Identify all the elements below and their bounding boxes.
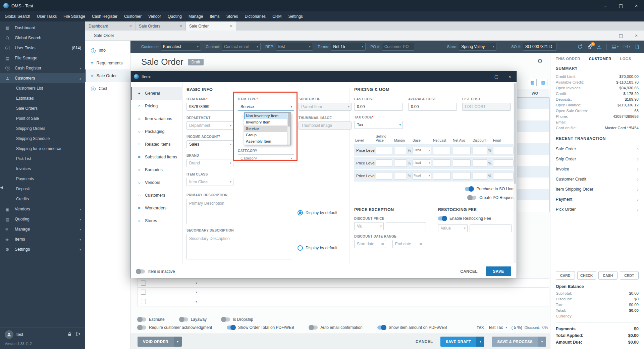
final-input[interactable]: [493, 172, 514, 180]
discount-price-input[interactable]: [386, 222, 426, 230]
last-cost-input[interactable]: 0.00: [354, 103, 403, 111]
margin-input[interactable]: [394, 172, 407, 180]
primary-display-default-radio[interactable]: Display by default: [298, 201, 337, 224]
recent-transaction-link[interactable]: Item Shipping Order›: [556, 184, 639, 194]
close-icon[interactable]: ×: [179, 23, 182, 29]
menu-item[interactable]: Settings: [285, 11, 306, 21]
dropdown-option[interactable]: Inventory Item: [244, 119, 287, 126]
grid-settings-icon[interactable]: ▦: [539, 79, 547, 86]
sidebar-subitem[interactable]: Estimates: [0, 93, 85, 103]
end-date-input[interactable]: End date▦: [392, 240, 424, 248]
sidebar-item-file-storage[interactable]: ▤ File Storage: [0, 53, 85, 63]
row-checkbox[interactable]: [141, 290, 146, 295]
chevron-down-icon[interactable]: ▾: [196, 300, 197, 303]
show-total-toggle[interactable]: Show Order Total on PDF/WEB: [227, 325, 294, 330]
page-nav-requirements[interactable]: ≡ Requirements: [85, 57, 130, 69]
payment-button[interactable]: CASH: [598, 271, 618, 280]
discount-input[interactable]: [473, 147, 487, 154]
sidebar-subitem[interactable]: Credits: [0, 194, 85, 204]
logout-icon[interactable]: [76, 332, 80, 338]
margin-input[interactable]: [394, 147, 407, 154]
menu-item[interactable]: CRM: [269, 11, 285, 21]
modal-nav-item[interactable]: = Related items: [131, 138, 182, 151]
final-input[interactable]: [493, 147, 514, 154]
modal-nav-general[interactable]: ● General: [131, 87, 182, 100]
save-draft-button[interactable]: SAVE DRAFT ▾: [440, 337, 485, 347]
enable-restocking-toggle[interactable]: Enable Restocking Fee: [438, 216, 512, 221]
close-icon[interactable]: ×: [503, 71, 517, 82]
sidebar-item-cash-register[interactable]: $ Cash Register ▾: [0, 63, 85, 73]
menu-item[interactable]: Items: [206, 11, 223, 21]
save-process-button[interactable]: SAVE & PROCESS ▾: [492, 337, 546, 347]
modal-nav-item[interactable]: = Workorders: [131, 202, 182, 214]
final-input[interactable]: [493, 159, 514, 167]
rep-select[interactable]: test▾: [276, 43, 313, 51]
menu-item[interactable]: Customer: [121, 11, 145, 21]
estimate-toggle[interactable]: Estimate: [138, 317, 165, 322]
selling-price-input[interactable]: [376, 172, 392, 180]
ack-toggle[interactable]: Require customer acknowledgment: [138, 325, 212, 330]
net-last-input[interactable]: [433, 172, 451, 180]
close-icon[interactable]: ×: [230, 23, 232, 29]
sidebar-group-item[interactable]: ≡ Manage ▾: [0, 224, 85, 234]
menu-item[interactable]: Global Search: [1, 11, 34, 21]
contact-select[interactable]: Contact email▾: [222, 43, 261, 51]
tab-this-order[interactable]: THIS ORDER: [556, 57, 580, 61]
attachment-icon[interactable]: 0: [587, 44, 592, 49]
secondary-description-textarea[interactable]: Secondary Description: [186, 234, 292, 259]
secondary-display-default-radio[interactable]: Display by default: [298, 237, 337, 259]
maximize-icon[interactable]: ▢: [613, 0, 629, 11]
tax-select[interactable]: Test Tax▾: [486, 324, 509, 331]
sidebar-subitem[interactable]: Shipping for e-commerce: [0, 144, 85, 154]
tax-code-select[interactable]: Tax▾: [354, 121, 403, 129]
sidebar-group-item[interactable]: ▤ Quoting ▾: [0, 214, 85, 224]
sidebar-group-item[interactable]: ▣ Vendors ▾: [0, 204, 85, 214]
tab-sale-order[interactable]: Sale Order ×: [186, 21, 236, 31]
department-select[interactable]: Department▾: [186, 121, 233, 130]
menu-item[interactable]: User Tasks: [34, 11, 60, 21]
item-type-select[interactable]: Service▾: [238, 103, 294, 111]
purchase-so-uom-toggle[interactable]: Purchase In SO Uom: [354, 187, 515, 191]
brand-select[interactable]: Brand▾: [186, 159, 233, 167]
income-account-select[interactable]: Sales▾: [186, 140, 233, 148]
average-cost-input[interactable]: 0.00: [408, 103, 457, 111]
modal-nav-item[interactable]: ○ Packaging: [131, 125, 182, 138]
terms-select[interactable]: Net 15▾: [331, 43, 366, 51]
create-po-request-toggle[interactable]: Create PO Request: [354, 195, 515, 200]
net-avg-input[interactable]: [453, 172, 471, 180]
item-inactive-toggle[interactable]: Item is inactive: [136, 269, 175, 274]
sidebar-item-global-search[interactable]: Global Search: [0, 33, 85, 43]
item-name-input[interactable]: 987978989: [186, 103, 233, 111]
cancel-button[interactable]: CANCEL: [416, 339, 433, 344]
recent-transaction-link[interactable]: Sale Order›: [556, 144, 639, 154]
dropship-toggle[interactable]: Is Dropship: [221, 317, 253, 322]
close-icon[interactable]: ×: [129, 23, 132, 29]
row-checkbox[interactable]: [141, 299, 146, 304]
download-icon[interactable]: [597, 44, 602, 49]
print-icon[interactable]: ▾: [611, 44, 619, 49]
modal-nav-item[interactable]: ○ Pricing: [131, 100, 182, 112]
dropdown-option[interactable]: Non Inventory Item: [244, 113, 287, 119]
selling-price-input[interactable]: [376, 147, 392, 154]
sidebar-item-customers[interactable]: Customers ▴: [0, 73, 85, 83]
dropdown-option[interactable]: Service: [244, 126, 287, 132]
table-row[interactable]: ▾: [138, 288, 549, 297]
menu-item[interactable]: Vendor: [145, 11, 164, 21]
sidebar-subitem[interactable]: Shipping Orders: [0, 123, 85, 134]
user-avatar[interactable]: [5, 330, 13, 339]
primary-description-textarea[interactable]: Primary Description: [186, 199, 292, 224]
menu-item[interactable]: Stores: [223, 11, 241, 21]
page-nav-info[interactable]: i Info: [85, 44, 130, 57]
sidebar-subitem[interactable]: Customers List: [0, 83, 85, 93]
recent-transaction-link[interactable]: Pick Order›: [556, 204, 639, 214]
list-cost-input[interactable]: LIST COST: [462, 103, 511, 111]
sidebar-subitem[interactable]: Shipping Schedule: [0, 134, 85, 144]
refresh-icon[interactable]: [577, 44, 583, 49]
discount-value[interactable]: 0%: [542, 325, 548, 330]
item-class-select[interactable]: Item Class▾: [186, 178, 233, 186]
auto-email-toggle[interactable]: Auto email confirmation: [309, 325, 362, 330]
chevron-down-icon[interactable]: ▾: [196, 290, 197, 294]
base-select[interactable]: Fixed▾: [413, 147, 431, 154]
net-last-input[interactable]: [433, 159, 451, 167]
payment-button[interactable]: CRDT: [620, 271, 639, 280]
